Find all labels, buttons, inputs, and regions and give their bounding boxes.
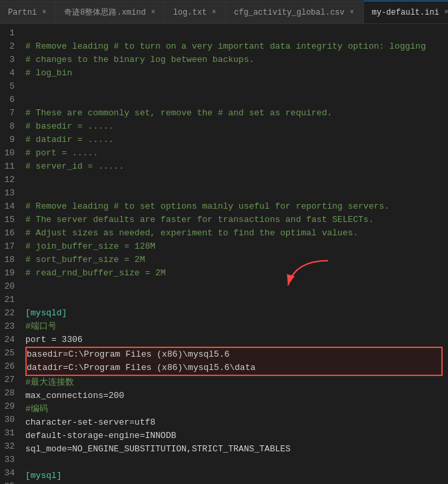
tab-my-default-ini[interactable]: my-default.ini× xyxy=(364,1,448,23)
line-number: 17 xyxy=(0,240,15,253)
line-number: 13 xyxy=(0,187,15,200)
code-line: # changes to the binary log between back… xyxy=(25,53,448,67)
code-line: [mysql] xyxy=(25,469,448,483)
code-line: # basedir = ..... xyxy=(25,120,448,133)
code-line: # read_rnd_buffer_size = 2M xyxy=(25,267,448,280)
code-line: #最大连接数 xyxy=(25,376,448,389)
line-number: 12 xyxy=(0,173,15,187)
code-line: # The server defaults are faster for tra… xyxy=(25,213,448,227)
code-line: # port = ..... xyxy=(25,147,448,160)
code-line: # These are commonly set, remove the # a… xyxy=(25,107,448,120)
line-number: 35 xyxy=(0,480,15,484)
code-line: # Adjust sizes as needed, experiment to … xyxy=(25,227,448,240)
line-number: 6 xyxy=(0,93,15,107)
line-number: 19 xyxy=(0,267,15,280)
annotation-arrow-icon xyxy=(281,257,335,291)
code-line: # log_bin xyxy=(25,67,448,80)
code-line: sql_mode=NO_ENGINE_SUBSTITUTION,STRICT_T… xyxy=(25,443,448,456)
line-number: 9 xyxy=(0,133,15,147)
line-number: 14 xyxy=(0,200,15,213)
tab-bar[interactable]: Partni×奇迹8整体思路.xmind×log.txt×cfg_activit… xyxy=(0,0,448,24)
line-number: 23 xyxy=(0,320,15,333)
code-line: basedir=C:\Program Files (x86)\mysql5.6 xyxy=(27,348,441,361)
line-number: 11 xyxy=(0,160,15,173)
line-number: 26 xyxy=(0,360,15,373)
line-number: 34 xyxy=(0,467,15,480)
lines-col: # Remove leading # to turn on a very imp… xyxy=(20,24,448,484)
code-line: default-storage-engine=INNODB xyxy=(25,429,448,443)
line-number: 1 xyxy=(0,27,15,40)
code-line: # datadir = ..... xyxy=(25,133,448,147)
line-number: 2 xyxy=(0,40,15,53)
code-line: [mysqld] xyxy=(25,307,448,320)
highlight-box: basedir=C:\Program Files (x86)\mysql5.6d… xyxy=(25,347,443,376)
code-line: # Remove leading # to turn on a very imp… xyxy=(25,40,448,53)
tab-close-icon[interactable]: × xyxy=(211,8,217,17)
line-number: 7 xyxy=(0,107,15,120)
line-number: 22 xyxy=(0,307,15,320)
code-line: #端口号 xyxy=(25,320,448,333)
tab-close-icon[interactable]: × xyxy=(150,8,157,17)
line-number: 27 xyxy=(0,373,15,387)
line-number: 5 xyxy=(0,80,15,93)
editor: 1234567891011121314151617181920212223242… xyxy=(0,24,448,484)
line-number: 4 xyxy=(0,67,15,80)
code-line xyxy=(25,27,448,40)
code-line xyxy=(25,293,448,307)
line-number: 8 xyxy=(0,120,15,133)
line-number: 33 xyxy=(0,453,15,467)
line-number: 21 xyxy=(0,293,15,307)
code-line: #编码 xyxy=(25,403,448,416)
code-line: # Remove leading # to set options mainly… xyxy=(25,200,448,213)
code-line xyxy=(25,93,448,107)
code-line xyxy=(25,173,448,187)
line-number: 29 xyxy=(0,400,15,413)
code-line: datadir=C:\Program Files (x86)\mysql5.6\… xyxy=(27,361,441,375)
line-number: 20 xyxy=(0,280,15,293)
tab-log-txt[interactable]: log.txt× xyxy=(165,1,226,23)
line-number: 28 xyxy=(0,387,15,400)
code-line: max_connections=200 xyxy=(25,389,448,403)
line-number: 25 xyxy=(0,347,15,360)
code-line: character-set-server=utf8 xyxy=(25,416,448,429)
line-number: 10 xyxy=(0,147,15,160)
line-number: 18 xyxy=(0,253,15,267)
tab-close-icon[interactable]: × xyxy=(349,8,355,17)
tab-Partni[interactable]: Partni× xyxy=(0,1,56,23)
line-num-col: 1234567891011121314151617181920212223242… xyxy=(0,24,20,484)
line-number: 31 xyxy=(0,427,15,440)
tab-cfg-activity-global-csv[interactable]: cfg_activity_global.csv× xyxy=(226,1,364,23)
code-lines: # Remove leading # to turn on a very imp… xyxy=(25,27,448,484)
code-line: # sort_buffer_size = 2M xyxy=(25,253,448,267)
line-number: 32 xyxy=(0,440,15,453)
line-number: 15 xyxy=(0,213,15,227)
line-number: 16 xyxy=(0,227,15,240)
line-number: 3 xyxy=(0,53,15,67)
code-line xyxy=(25,187,448,200)
code-line: # server_id = ..... xyxy=(25,160,448,173)
code-line xyxy=(25,280,448,293)
tab-close-icon[interactable]: × xyxy=(41,8,47,17)
code-line xyxy=(25,456,448,469)
code-line: port = 3306 xyxy=(25,333,448,347)
code-line xyxy=(25,80,448,93)
tab---8-----xmind[interactable]: 奇迹8整体思路.xmind× xyxy=(56,1,165,23)
line-number: 24 xyxy=(0,333,15,347)
line-number: 30 xyxy=(0,413,15,427)
code-line: # join_buffer_size = 128M xyxy=(25,240,448,253)
tab-close-icon[interactable]: × xyxy=(443,8,448,17)
